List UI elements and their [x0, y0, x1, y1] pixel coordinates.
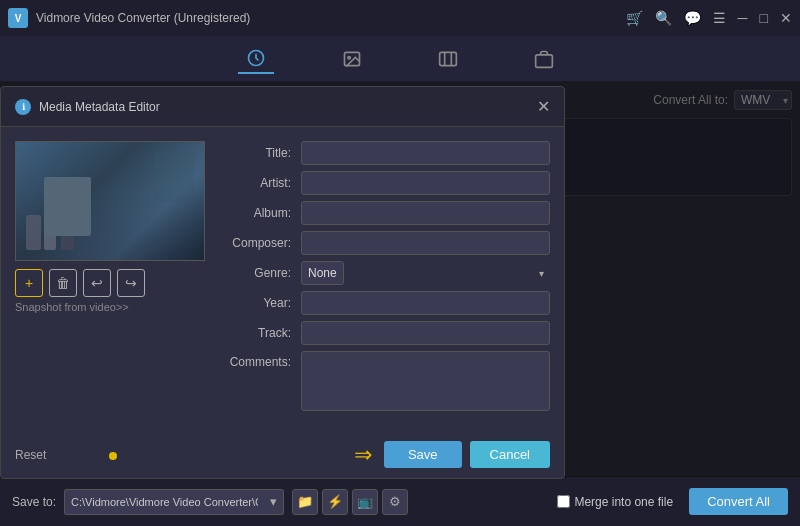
tab-convert[interactable] — [238, 44, 274, 74]
flash-button[interactable]: ⚡ — [322, 489, 348, 515]
chat-icon[interactable]: 💬 — [684, 10, 701, 26]
save-to-label: Save to: — [12, 495, 56, 509]
reset-button[interactable]: Reset — [15, 448, 46, 462]
add-image-button[interactable]: + — [15, 269, 43, 297]
composer-label: Composer: — [221, 236, 291, 250]
title-row: Title: — [221, 141, 550, 165]
genre-select[interactable]: None Pop Rock Jazz — [301, 261, 344, 285]
app-title: Vidmore Video Converter (Unregistered) — [36, 11, 618, 25]
convert-all-button[interactable]: Convert All — [689, 488, 788, 515]
save-path-input[interactable] — [64, 489, 264, 515]
modal-footer: Reset ⇒ Save Cancel — [1, 431, 564, 478]
year-input[interactable] — [301, 291, 550, 315]
modal-body: + 🗑 ↩ ↪ Snapshot from video>> Title: — [1, 127, 564, 431]
undo-button[interactable]: ↩ — [83, 269, 111, 297]
window-controls: 🛒 🔍 💬 ☰ ─ □ ✕ — [626, 10, 792, 26]
cancel-button[interactable]: Cancel — [470, 441, 550, 468]
tab-trim[interactable] — [430, 45, 466, 73]
bottom-bar: Save to: ▾ 📁 ⚡ 📺 ⚙ Merge into one file C… — [0, 476, 800, 526]
main-content: Convert All to: WMV MP4 AVI MOV ✏ ℹ ✚ — [0, 82, 800, 476]
settings-button[interactable]: ⚙ — [382, 489, 408, 515]
comments-row: Comments: — [221, 351, 550, 411]
snapshot-text[interactable]: Snapshot from video>> — [15, 301, 129, 313]
thumbnail-image — [16, 142, 204, 260]
modal-close-button[interactable]: ✕ — [537, 97, 550, 116]
screen-button[interactable]: 📺 — [352, 489, 378, 515]
arrow-indicator: ⇒ — [354, 442, 372, 468]
modal-title: Media Metadata Editor — [39, 100, 160, 114]
tab-photo[interactable] — [334, 45, 370, 73]
comments-label: Comments: — [221, 355, 291, 369]
year-row: Year: — [221, 291, 550, 315]
media-thumbnail — [15, 141, 205, 261]
svg-rect-3 — [440, 52, 457, 65]
thumb-panel: + 🗑 ↩ ↪ Snapshot from video>> — [15, 141, 205, 417]
minimize-icon[interactable]: ─ — [738, 10, 748, 26]
genre-row: Genre: None Pop Rock Jazz — [221, 261, 550, 285]
folder-open-button[interactable]: 📁 — [292, 489, 318, 515]
modal-header-icon: ℹ — [15, 99, 31, 115]
close-icon[interactable]: ✕ — [780, 10, 792, 26]
artist-input[interactable] — [301, 171, 550, 195]
form-panel: Title: Artist: Album: Composer: — [221, 141, 550, 417]
menu-icon[interactable]: ☰ — [713, 10, 726, 26]
svg-rect-6 — [536, 54, 553, 67]
title-input[interactable] — [301, 141, 550, 165]
merge-checkbox-area: Merge into one file — [557, 495, 673, 509]
album-input[interactable] — [301, 201, 550, 225]
redo-button[interactable]: ↪ — [117, 269, 145, 297]
save-path-dropdown-button[interactable]: ▾ — [264, 489, 284, 515]
thumb-controls: + 🗑 ↩ ↪ — [15, 269, 145, 297]
nav-tabs — [0, 36, 800, 82]
bottom-icons: 📁 ⚡ 📺 ⚙ — [292, 489, 408, 515]
save-path-wrapper: ▾ — [64, 489, 284, 515]
track-input[interactable] — [301, 321, 550, 345]
metadata-modal: ℹ Media Metadata Editor ✕ — [0, 86, 565, 479]
app-logo: V — [8, 8, 28, 28]
maximize-icon[interactable]: □ — [760, 10, 768, 26]
genre-label: Genre: — [221, 266, 291, 280]
titlebar: V Vidmore Video Converter (Unregistered)… — [0, 0, 800, 36]
composer-input[interactable] — [301, 231, 550, 255]
cart-icon[interactable]: 🛒 — [626, 10, 643, 26]
save-button[interactable]: Save — [384, 441, 462, 468]
genre-select-wrapper: None Pop Rock Jazz — [301, 261, 550, 285]
tab-toolbox[interactable] — [526, 45, 562, 73]
album-label: Album: — [221, 206, 291, 220]
merge-label: Merge into one file — [574, 495, 673, 509]
svg-point-2 — [348, 56, 351, 59]
artist-label: Artist: — [221, 176, 291, 190]
title-label: Title: — [221, 146, 291, 160]
year-label: Year: — [221, 296, 291, 310]
comments-input[interactable] — [301, 351, 550, 411]
track-label: Track: — [221, 326, 291, 340]
modal-header: ℹ Media Metadata Editor ✕ — [1, 87, 564, 127]
track-row: Track: — [221, 321, 550, 345]
merge-checkbox[interactable] — [557, 495, 570, 508]
modal-overlay: ℹ Media Metadata Editor ✕ — [0, 82, 800, 476]
artist-row: Artist: — [221, 171, 550, 195]
delete-image-button[interactable]: 🗑 — [49, 269, 77, 297]
composer-row: Composer: — [221, 231, 550, 255]
search-icon[interactable]: 🔍 — [655, 10, 672, 26]
album-row: Album: — [221, 201, 550, 225]
